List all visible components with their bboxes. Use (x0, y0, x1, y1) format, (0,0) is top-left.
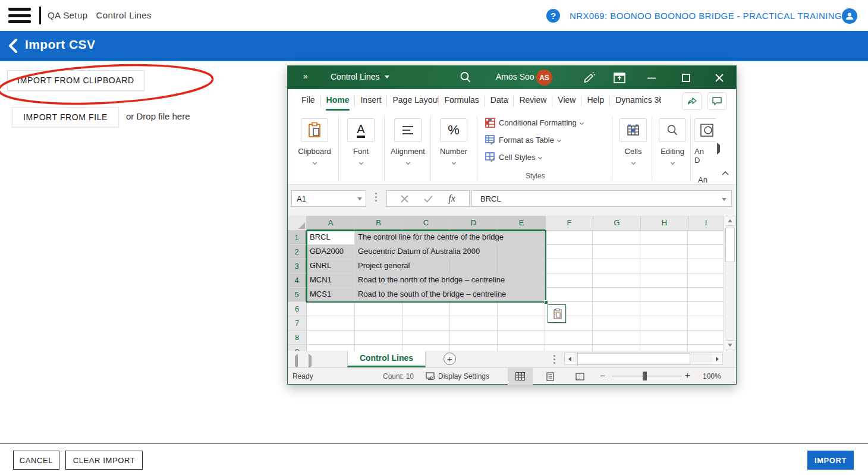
scroll-up-arrow-icon[interactable] (725, 216, 735, 226)
empty-row-9[interactable]: 9 (288, 345, 724, 351)
col-header-g[interactable]: G (593, 216, 641, 231)
zoom-slider-track[interactable] (612, 376, 682, 376)
chevron-down-icon[interactable] (451, 161, 455, 165)
cancel-button[interactable]: CANCEL (13, 451, 59, 470)
horizontal-scrollbar[interactable] (564, 353, 723, 365)
row-number[interactable]: 7 (288, 316, 307, 331)
group-label[interactable]: Alignment (387, 147, 429, 156)
paste-options-button[interactable] (548, 304, 566, 323)
normal-view-button[interactable] (508, 368, 533, 385)
help-icon[interactable]: ? (546, 9, 560, 23)
empty-row-6[interactable]: 6 (288, 302, 724, 316)
cell-a4[interactable]: MCN1 (307, 273, 355, 288)
cell-b5[interactable]: Road to the south of the bridge – centre… (355, 288, 506, 302)
page-layout-view-button[interactable] (537, 368, 562, 385)
expand-formula-bar-chevron-icon[interactable] (722, 198, 727, 201)
display-settings-button[interactable]: Display Settings (426, 372, 489, 380)
col-header-c[interactable]: C (402, 216, 450, 231)
format-as-table-button[interactable]: Format as Table (485, 135, 561, 145)
ribbon-scroll-right-icon[interactable] (717, 145, 720, 152)
ribbon-display-options-icon[interactable] (612, 71, 627, 85)
fill-handle[interactable] (544, 300, 548, 304)
chevron-down-icon[interactable] (312, 161, 316, 165)
zoom-level[interactable]: 100% (703, 372, 721, 380)
col-header-b[interactable]: B (355, 216, 402, 231)
row-number[interactable]: 4 (288, 273, 307, 288)
close-button[interactable] (712, 71, 727, 85)
enter-entry-icon[interactable] (424, 195, 433, 203)
scroll-down-arrow-icon[interactable] (725, 340, 735, 350)
tab-help[interactable]: Help (581, 89, 609, 112)
paste-button[interactable] (301, 118, 328, 142)
cell-a5[interactable]: MCS1 (307, 288, 355, 302)
cell-a1[interactable]: BRCL (307, 231, 355, 245)
sheet-tab-control-lines[interactable]: Control Lines (347, 351, 426, 367)
cell-b2[interactable]: Geocentric Datum of Australia 2000 (355, 245, 480, 259)
cell-a3[interactable]: GNRL (307, 259, 355, 273)
maximize-button[interactable] (679, 71, 693, 85)
tab-insert[interactable]: Insert (355, 89, 386, 112)
row-number[interactable]: 2 (288, 245, 307, 259)
cell-styles-button[interactable]: Cell Styles (485, 152, 542, 162)
insert-function-icon[interactable]: fx (448, 193, 455, 204)
scroll-left-arrow-icon[interactable] (565, 353, 575, 364)
chevron-down-icon[interactable] (670, 161, 674, 165)
breadcrumb-qa-setup[interactable]: QA Setup (48, 10, 87, 20)
tab-file[interactable]: File (296, 89, 320, 112)
col-header-d[interactable]: D (450, 216, 498, 231)
chevron-down-icon[interactable] (357, 197, 362, 200)
cancel-entry-icon[interactable] (401, 195, 408, 203)
vertical-scrollbar[interactable] (724, 216, 736, 351)
cells-button[interactable] (619, 118, 647, 142)
tab-home[interactable]: Home (321, 89, 355, 112)
scrollbar-resize-dots[interactable] (553, 355, 555, 364)
import-from-file-button[interactable]: IMPORT FROM FILE (12, 107, 119, 127)
group-label[interactable]: Editing (655, 147, 690, 156)
add-sheet-button[interactable]: + (444, 353, 456, 365)
back-chevron-icon[interactable] (7, 38, 20, 54)
signed-in-user-name[interactable]: Amos Soo (496, 72, 534, 81)
project-title[interactable]: NRX069: BOONOO BOONOO BRIDGE - PRACTICAL… (570, 11, 842, 21)
font-button[interactable]: A (347, 118, 375, 142)
chevron-down-icon[interactable] (631, 161, 635, 165)
formula-input[interactable]: BRCL (471, 190, 732, 207)
comment-icon[interactable] (707, 92, 727, 110)
row-number[interactable]: 8 (288, 331, 307, 345)
data-row-1[interactable]: 1 BRCL The control line for the centre o… (288, 231, 724, 245)
scroll-right-arrow-icon[interactable] (712, 353, 722, 364)
zoom-in-button[interactable]: + (685, 370, 690, 380)
tab-view[interactable]: View (552, 89, 581, 112)
collapse-ribbon-chevron-icon[interactable] (722, 171, 729, 175)
tab-page-layout[interactable]: Page Layout (387, 89, 438, 112)
chevron-down-icon[interactable] (358, 161, 363, 165)
alignment-button[interactable] (394, 118, 422, 142)
workbook-name-dropdown[interactable]: Control Lines (331, 72, 389, 81)
number-button[interactable]: % (440, 118, 467, 142)
group-label[interactable]: Clipboard (296, 147, 333, 156)
feedback-megaphone-icon[interactable] (582, 71, 596, 85)
share-icon[interactable] (683, 92, 702, 110)
analyze-data-group-clipped[interactable]: An D (694, 118, 716, 178)
row-number[interactable]: 5 (288, 288, 307, 302)
row-number[interactable]: 9 (288, 345, 307, 351)
group-label[interactable]: Number (435, 147, 472, 156)
tab-formulas[interactable]: Formulas (439, 89, 484, 112)
empty-row-8[interactable]: 8 (288, 331, 724, 345)
col-header-i[interactable]: I (688, 216, 724, 231)
tab-data[interactable]: Data (485, 89, 514, 112)
minimize-button[interactable] (644, 71, 659, 85)
user-initials-badge[interactable]: AS (536, 70, 552, 86)
data-row-5[interactable]: 5 MCS1 Road to the south of the bridge –… (288, 288, 724, 302)
col-header-f[interactable]: F (546, 216, 593, 231)
group-label[interactable]: Font (342, 147, 379, 156)
sheet-nav-right-icon[interactable] (309, 356, 312, 367)
cell-b1[interactable]: The control line for the centre of the b… (355, 231, 504, 245)
data-row-2[interactable]: 2 GDA2000 Geocentric Datum of Australia … (288, 245, 724, 259)
tab-dynamics[interactable]: Dynamics 365 (610, 89, 661, 112)
ribbon-overflow-chevrons-icon[interactable]: » (303, 71, 309, 81)
horizontal-scroll-thumb[interactable] (577, 353, 690, 364)
user-avatar-icon[interactable] (842, 8, 857, 24)
select-all-corner[interactable] (288, 216, 307, 231)
data-row-3[interactable]: 3 GNRL Project general (288, 259, 724, 273)
breadcrumb-control-lines[interactable]: Control Lines (96, 10, 152, 20)
